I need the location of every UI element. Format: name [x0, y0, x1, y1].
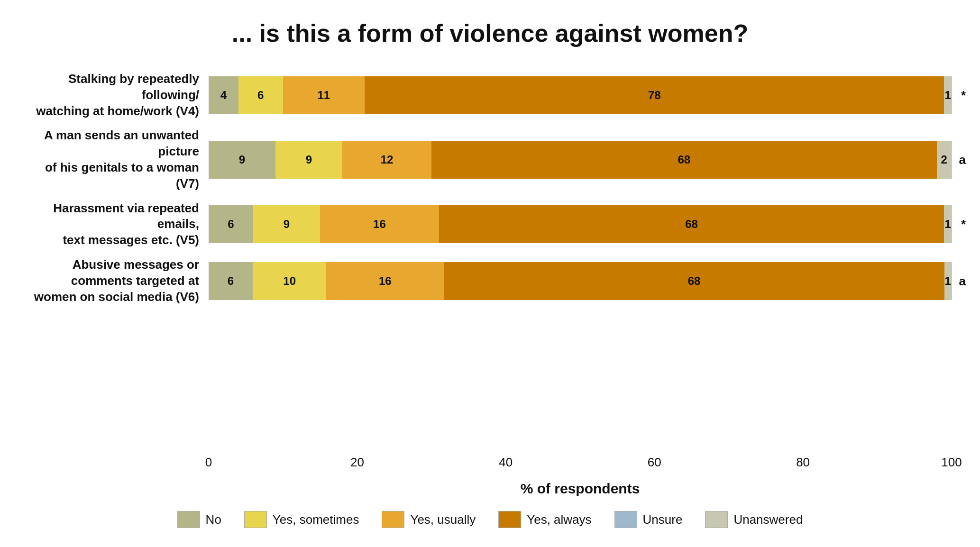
- xaxis-title-row: % of respondents: [28, 481, 952, 497]
- bar-row-v4: Stalking by repeatedly following/watchin…: [28, 71, 952, 119]
- chart-title: ... is this a form of violence against w…: [28, 19, 952, 47]
- legend-label-no: No: [206, 512, 221, 527]
- segment-yes-sometimes-v5: 9: [253, 205, 320, 243]
- bar-wrapper-v6: 61016681a: [209, 262, 952, 300]
- segment-yes-always-v5: 68: [439, 205, 944, 243]
- xaxis-title: % of respondents: [209, 481, 952, 497]
- segment-yes-always-v7: 68: [431, 141, 937, 179]
- segment-yes-usually-v7: 12: [342, 141, 431, 179]
- bar-stack-v7: 9912682: [209, 141, 952, 179]
- legend-swatch-yes-always: [498, 511, 521, 528]
- xaxis-tick-0: 0: [205, 455, 212, 470]
- bar-wrapper-v4: 4611781*: [209, 76, 952, 114]
- segment-no-v4: 4: [209, 76, 238, 114]
- segment-yes-sometimes-v4: 6: [238, 76, 283, 114]
- legend-label-yes-sometimes: Yes, sometimes: [273, 512, 359, 527]
- segment-yes-usually-v5: 16: [320, 205, 439, 243]
- legend: NoYes, sometimesYes, usuallyYes, alwaysU…: [28, 511, 952, 528]
- bar-label-v6: Abusive messages orcomments targeted atw…: [28, 257, 209, 305]
- legend-label-yes-usually: Yes, usually: [410, 512, 476, 527]
- xaxis-row: 020406080100: [28, 455, 952, 479]
- segment-yes-usually-v4: 11: [283, 76, 365, 114]
- segment-unanswered-v5: 1: [944, 205, 952, 243]
- bar-asterisk-v5: *: [961, 217, 966, 232]
- bar-asterisk-v4: *: [961, 88, 966, 102]
- legend-label-unsure: Unsure: [643, 512, 683, 527]
- segment-yes-usually-v6: 16: [326, 262, 444, 300]
- chart-area: Stalking by repeatedly following/watchin…: [28, 71, 952, 497]
- legend-label-unanswered: Unanswered: [733, 512, 803, 527]
- segment-no-v7: 9: [209, 141, 275, 179]
- legend-item-yes-usually: Yes, usually: [382, 511, 476, 528]
- bar-stack-v5: 6916681: [209, 205, 952, 243]
- bar-row-v6: Abusive messages orcomments targeted atw…: [28, 257, 952, 305]
- xaxis-tick-20: 20: [350, 455, 364, 470]
- legend-swatch-unanswered: [705, 511, 728, 528]
- legend-item-unsure: Unsure: [614, 511, 683, 528]
- segment-no-v5: 6: [209, 205, 253, 243]
- segment-yes-always-v6: 68: [444, 262, 944, 300]
- segment-yes-always-v4: 78: [365, 76, 944, 114]
- xaxis-spacer: [28, 455, 209, 479]
- bar-row-v7: A man sends an unwanted pictureof his ge…: [28, 128, 952, 191]
- segment-unanswered-v6: 1: [944, 262, 952, 300]
- xaxis-tick-40: 40: [499, 455, 513, 470]
- bar-asterisk-v6: a: [959, 274, 966, 288]
- xaxis-tick-80: 80: [796, 455, 810, 470]
- xaxis-labels: 020406080100: [209, 455, 952, 479]
- bar-label-v4: Stalking by repeatedly following/watchin…: [28, 71, 209, 119]
- xaxis-tick-60: 60: [648, 455, 661, 470]
- bar-asterisk-v7: a: [959, 152, 966, 167]
- xaxis-title-spacer: [28, 481, 209, 497]
- bar-stack-v6: 61016681: [209, 262, 952, 300]
- segment-yes-sometimes-v7: 9: [275, 141, 342, 179]
- bar-row-v5: Harassment via repeated emails,text mess…: [28, 201, 952, 248]
- bar-label-v7: A man sends an unwanted pictureof his ge…: [28, 128, 209, 191]
- legend-item-yes-always: Yes, always: [498, 511, 591, 528]
- bar-wrapper-v7: 9912682a: [209, 141, 952, 179]
- legend-swatch-unsure: [614, 511, 637, 528]
- legend-item-yes-sometimes: Yes, sometimes: [244, 511, 359, 528]
- segment-no-v6: 6: [209, 262, 253, 300]
- legend-label-yes-always: Yes, always: [527, 512, 591, 527]
- legend-item-no: No: [177, 511, 221, 528]
- legend-item-unanswered: Unanswered: [705, 511, 803, 528]
- bar-label-v5: Harassment via repeated emails,text mess…: [28, 201, 209, 248]
- bars-section: Stalking by repeatedly following/watchin…: [28, 71, 952, 451]
- segment-yes-sometimes-v6: 10: [253, 262, 326, 300]
- bar-wrapper-v5: 6916681*: [209, 205, 952, 243]
- bar-stack-v4: 4611781: [209, 76, 952, 114]
- segment-unanswered-v4: 1: [944, 76, 952, 114]
- segment-unanswered-v7: 2: [937, 141, 952, 179]
- legend-swatch-yes-usually: [382, 511, 404, 528]
- legend-swatch-no: [177, 511, 200, 528]
- xaxis-tick-100: 100: [941, 455, 962, 470]
- legend-swatch-yes-sometimes: [244, 511, 267, 528]
- chart-container: ... is this a form of violence against w…: [0, 0, 980, 547]
